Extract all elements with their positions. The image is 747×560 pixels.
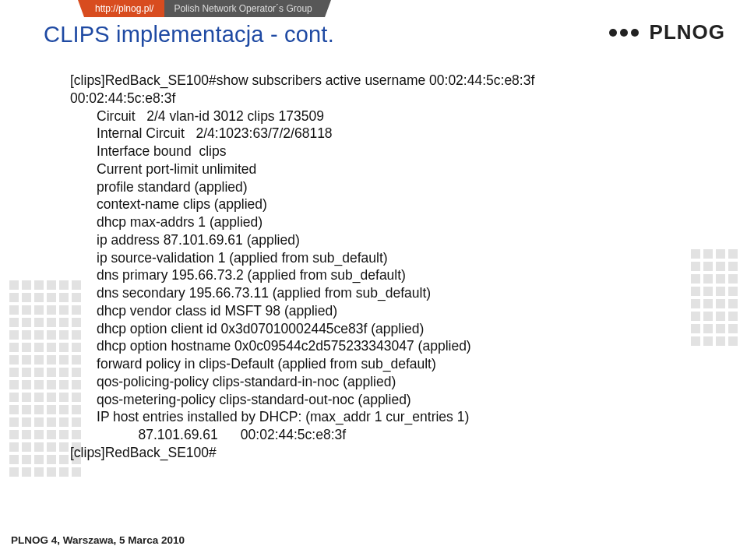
logo-dots-icon [609, 29, 639, 37]
logo-text: PLNOG [650, 20, 725, 44]
url-tab[interactable]: http://plnog.pl/ [84, 0, 164, 17]
decorative-squares-right [691, 249, 738, 346]
group-text: Polish Network Operator´s Group [174, 3, 312, 14]
cli-output: [clips]RedBack_SE100#show subscribers ac… [70, 72, 692, 462]
top-bar: http://plnog.pl/ Polish Network Operator… [0, 0, 747, 17]
footer-text: PLNOG 4, Warszawa, 5 Marca 2010 [11, 534, 185, 546]
logo-area: PLNOG [609, 20, 725, 44]
group-tab: Polish Network Operator´s Group [164, 0, 324, 17]
url-text: http://plnog.pl/ [95, 3, 153, 14]
page-title: CLIPS implementacja - cont. [44, 22, 334, 48]
